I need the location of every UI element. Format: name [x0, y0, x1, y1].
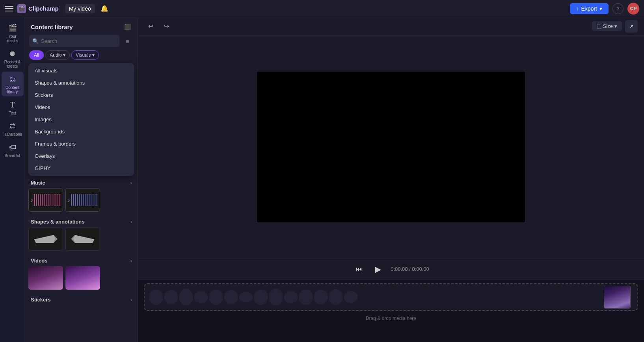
music-section-title: Music — [31, 180, 45, 186]
hamburger-button[interactable] — [5, 4, 13, 13]
size-button[interactable]: ⬚ Size ▾ — [592, 21, 622, 31]
logo-text: Clipchamp — [28, 5, 59, 12]
search-input[interactable] — [41, 36, 116, 46]
search-icon: 🔍 — [32, 38, 39, 44]
sidebar-item-content-library[interactable]: 🗂 Content library — [2, 72, 24, 96]
shape-thumb-1[interactable] — [28, 227, 63, 251]
wave-segment — [254, 287, 268, 307]
sidebar-item-your-media[interactable]: 🎬 Your media — [2, 20, 24, 45]
dropdown-item-stickers[interactable]: Stickers — [28, 89, 134, 101]
wave-segment — [164, 288, 178, 306]
sidebar-item-transitions[interactable]: ⇄ Transitions — [2, 118, 24, 139]
video-name-button[interactable]: My video — [65, 4, 95, 13]
search-input-wrap: 🔍 — [29, 35, 119, 47]
sidebar-item-label: Record & create — [3, 60, 22, 68]
filter-tabs: All Audio ▾ Visuals ▾ — [25, 50, 138, 63]
sidebar-item-label: Text — [9, 111, 16, 115]
dropdown-item-frames-borders[interactable]: Frames & borders — [28, 138, 134, 150]
timeline-area: Drag & drop media here — [138, 279, 644, 342]
drag-drop-label: Drag & drop media here — [366, 316, 416, 321]
sidebar-item-label: Transitions — [3, 132, 22, 137]
filter-button[interactable]: ≡ — [122, 35, 134, 47]
stickers-section-arrow[interactable]: › — [130, 297, 132, 303]
content-library-icon: 🗂 — [7, 74, 18, 84]
music-thumb-2[interactable]: ♪ — [65, 188, 100, 212]
wave-segment — [149, 287, 163, 307]
dropdown-item-backgrounds[interactable]: Backgrounds — [28, 126, 134, 138]
videos-section-header: Videos › — [28, 254, 134, 266]
music-media-grid: ♪ ♪ — [28, 188, 134, 215]
export-button[interactable]: ↑ Export ▾ — [570, 3, 609, 14]
shapes-section-arrow[interactable]: › — [130, 219, 132, 225]
size-icon: ⬚ — [597, 23, 601, 29]
dropdown-item-images[interactable]: Images — [28, 113, 134, 126]
sidebar-item-label: Brand kit — [5, 153, 20, 158]
sidebar-item-brand-kit[interactable]: 🏷 Brand kit — [2, 140, 24, 160]
drag-drop-hint: Drag & drop media here — [144, 311, 638, 326]
export-icon: ↑ — [576, 6, 579, 12]
tab-audio[interactable]: Audio ▾ — [45, 50, 70, 60]
video-thumb-2[interactable] — [65, 266, 100, 290]
skip-back-button[interactable]: ⏮ — [353, 263, 365, 275]
collapse-panel-button[interactable]: ⬛ — [123, 22, 132, 31]
wave-segment — [194, 289, 208, 305]
shape-thumb-2[interactable] — [65, 227, 100, 251]
timeline-track[interactable] — [144, 283, 638, 311]
time-current: 0:00.00 — [391, 266, 408, 272]
transitions-icon: ⇄ — [7, 121, 18, 131]
videos-media-grid — [28, 266, 134, 293]
undo-button[interactable]: ↩ — [144, 20, 157, 33]
music-thumb-1[interactable]: ♪ — [28, 188, 63, 212]
sidebar-item-text[interactable]: T Text — [2, 97, 24, 118]
share-button[interactable]: ↗ — [625, 20, 638, 33]
tab-visuals-label: Visuals — [76, 52, 91, 58]
avatar[interactable]: CP — [627, 3, 639, 15]
dropdown-item-overlays[interactable]: Overlays — [28, 150, 134, 162]
brand-kit-icon: 🏷 — [7, 142, 18, 152]
your-media-icon: 🎬 — [7, 23, 18, 33]
music-section-header: Music › — [28, 176, 134, 188]
stickers-section-header: Stickers › — [28, 293, 134, 305]
videos-section-arrow[interactable]: › — [130, 258, 132, 264]
wave-segment — [179, 287, 193, 308]
content-scroll: Music › ♪ ♪ Shapes & annotations › — [25, 176, 138, 342]
video-thumb-1[interactable] — [28, 266, 63, 290]
tab-all[interactable]: All — [29, 50, 44, 60]
play-pause-button[interactable]: ▶ — [372, 263, 384, 275]
dropdown-item-videos[interactable]: Videos — [28, 101, 134, 113]
timeline-thumbnail[interactable] — [604, 286, 631, 309]
music-wave-1 — [34, 194, 61, 206]
logo: 🎬 Clipchamp — [17, 4, 59, 13]
timeline-waveform — [145, 284, 362, 310]
logo-icon: 🎬 — [17, 4, 26, 13]
audio-chevron-icon: ▾ — [63, 52, 65, 58]
videos-section-title: Videos — [31, 258, 47, 264]
preview-area — [138, 35, 644, 259]
redo-button[interactable]: ↪ — [160, 20, 173, 33]
preview-canvas — [257, 72, 525, 222]
wave-segment — [284, 289, 298, 305]
notification-icon[interactable]: 🔔 — [99, 3, 110, 14]
preview-toolbar: ↩ ↪ ⬚ Size ▾ ↗ — [138, 17, 644, 35]
main-layout: 🎬 Your media ⏺ Record & create 🗂 Content… — [0, 17, 644, 342]
timeline-thumb-image — [604, 286, 630, 308]
sidebar-item-label: Your media — [3, 34, 22, 43]
wave-segment — [224, 288, 238, 306]
content-library-panel: Content library ⬛ 🔍 ≡ All Audio ▾ Visual… — [25, 17, 138, 342]
dropdown-item-shapes-annotations[interactable]: Shapes & annotations — [28, 77, 134, 89]
panel-header: Content library ⬛ — [25, 17, 138, 35]
help-button[interactable]: ? — [612, 3, 624, 14]
dropdown-item-giphy[interactable]: GIPHY — [28, 162, 134, 174]
sidebar-icons: 🎬 Your media ⏺ Record & create 🗂 Content… — [0, 17, 25, 342]
music-section-arrow[interactable]: › — [130, 180, 132, 186]
dropdown-item-all-visuals[interactable]: All visuals — [28, 65, 134, 77]
tab-visuals[interactable]: Visuals ▾ — [71, 50, 99, 60]
sidebar-item-record-create[interactable]: ⏺ Record & create — [2, 46, 24, 71]
svg-marker-2 — [73, 235, 95, 243]
size-chevron-icon: ▾ — [614, 23, 617, 29]
tab-audio-label: Audio — [50, 52, 62, 58]
shapes-section-header: Shapes & annotations › — [28, 215, 134, 227]
visuals-chevron-icon: ▾ — [92, 52, 95, 58]
panel-title: Content library — [31, 24, 73, 30]
timeline-content: Drag & drop media here — [138, 279, 644, 342]
